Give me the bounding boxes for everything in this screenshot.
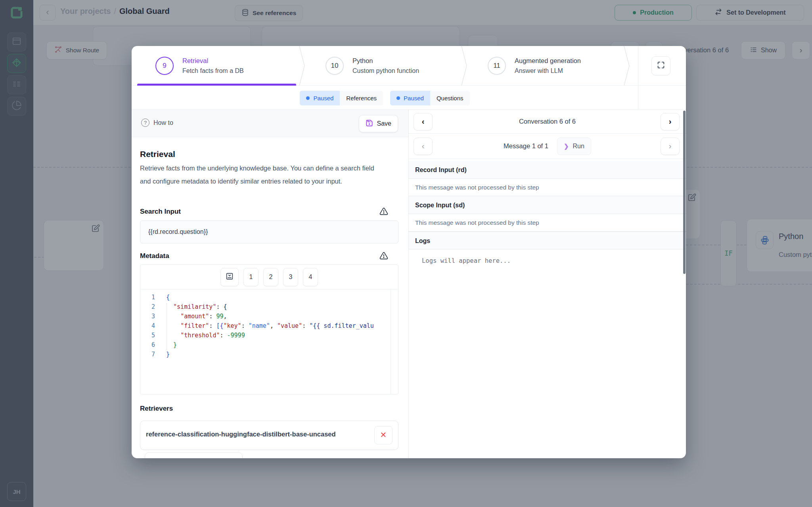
step-separator: [624, 46, 630, 86]
warning-icon: [379, 251, 388, 260]
step-heading: Retrieval: [140, 149, 175, 159]
section-scope-input[interactable]: Scope Input (sd): [409, 196, 686, 214]
references-tab-label: References: [340, 91, 383, 105]
remove-retriever-button[interactable]: ✕: [374, 426, 393, 444]
conversation-nav: ‹ Conversation 6 of 6 ›: [409, 110, 686, 134]
metadata-label: Metadata: [140, 252, 169, 260]
section-logs[interactable]: Logs: [409, 231, 686, 249]
help-icon: ?: [141, 119, 149, 127]
section-record-input[interactable]: Record Input (rd): [409, 161, 686, 179]
run-inspector-panel: ‹ Conversation 6 of 6 › ‹ Message 1 of 1…: [408, 110, 686, 458]
scope-input-message: This message was not processed by this s…: [409, 214, 686, 231]
run-button[interactable]: ❯ Run: [557, 138, 591, 155]
search-input[interactable]: [140, 220, 398, 243]
step-separator: [299, 46, 305, 86]
step-subtitle: Answer with LLM: [515, 67, 581, 75]
logs-placeholder: Logs will appear here...: [422, 257, 511, 264]
run-chevron-icon: ❯: [564, 143, 569, 150]
paused-status-badge: Paused: [300, 91, 340, 105]
expand-icon: [657, 61, 665, 71]
strip-divider: [638, 46, 638, 109]
prev-message-button[interactable]: ‹: [414, 138, 433, 155]
next-conversation-button[interactable]: ›: [661, 113, 680, 130]
run-label: Run: [573, 143, 584, 150]
code-lines: { "similarity": { "amount": 99, "filter"…: [166, 293, 391, 359]
retriever-card: reference-classification-huggingface-dis…: [140, 421, 398, 450]
keyboard-hide-icon: [225, 272, 234, 282]
add-retriever-dropdown[interactable]: [145, 452, 243, 458]
step-title: Python: [352, 57, 419, 65]
paused-dot-icon: [306, 96, 310, 100]
tab-questions[interactable]: Paused Questions: [390, 91, 469, 105]
tab-step-augmented-generation[interactable]: 11 Augmented generation Answer with LLM: [464, 46, 626, 86]
editor-toolbar: 1 2 3 4: [140, 265, 398, 289]
search-input-label: Search Input: [140, 208, 181, 216]
editor-preset-4-button[interactable]: 4: [303, 268, 318, 286]
active-tab-underline: [137, 84, 296, 86]
how-to-label: How to: [153, 119, 173, 126]
step-subtitle: Custom python function: [352, 67, 419, 75]
step-description: Retrieve facts from the underlying knowl…: [140, 162, 378, 188]
save-label: Save: [377, 120, 391, 127]
conversation-counter: Conversation 6 of 6: [519, 118, 576, 125]
prev-conversation-button[interactable]: ‹: [414, 113, 433, 130]
fullscreen-button[interactable]: [651, 56, 670, 75]
howto-bar: ? How to Save: [132, 110, 408, 137]
tab-step-retrieval[interactable]: 9 Retrieval Fetch facts from a DB: [132, 46, 302, 86]
code-area[interactable]: 1234567 { "similarity": { "amount": 99, …: [140, 289, 398, 394]
step-title: Augmented generation: [515, 57, 581, 65]
how-to-link[interactable]: ? How to: [141, 119, 173, 127]
editor-preset-3-button[interactable]: 3: [283, 268, 298, 286]
save-button[interactable]: Save: [359, 115, 398, 132]
editor-scroll-track: [391, 289, 391, 394]
step-config-modal: 9 Retrieval Fetch facts from a DB 10 Pyt…: [132, 46, 686, 458]
editor-preset-1-button[interactable]: 1: [243, 268, 259, 286]
modal-body: ? How to Save Retrieval Retrieve facts f…: [132, 109, 686, 458]
step-title: Retrieval: [182, 57, 244, 65]
status-badges-row: Paused References Paused Questions: [132, 91, 638, 105]
metadata-code-editor: 1 2 3 4 1234567 { "similarity": { "amoun…: [140, 264, 398, 394]
step-config-panel: ? How to Save Retrieval Retrieve facts f…: [132, 110, 408, 458]
step-tabs-strip: 9 Retrieval Fetch facts from a DB 10 Pyt…: [132, 46, 686, 86]
retriever-name: reference-classification-huggingface-dis…: [146, 430, 336, 438]
retrievers-label: Retrievers: [140, 405, 173, 413]
editor-keyboard-button[interactable]: [220, 268, 239, 286]
step-number-badge: 9: [155, 57, 174, 75]
editor-preset-2-button[interactable]: 2: [263, 268, 278, 286]
record-input-message: This message was not processed by this s…: [409, 179, 686, 196]
tab-step-python[interactable]: 10 Python Custom python function: [302, 46, 464, 86]
message-nav: ‹ Message 1 of 1 ❯ Run ›: [409, 134, 686, 159]
step-separator: [461, 46, 467, 86]
message-counter: Message 1 of 1: [504, 142, 548, 150]
step-subtitle: Fetch facts from a DB: [182, 67, 244, 75]
step-number-badge: 10: [326, 57, 344, 75]
next-message-button[interactable]: ›: [661, 138, 680, 155]
warning-icon: [379, 207, 388, 216]
paused-status-badge: Paused: [390, 91, 430, 105]
app: ‹ Your projects/Global Guard See referen…: [0, 0, 812, 507]
questions-tab-label: Questions: [430, 91, 470, 105]
paused-dot-icon: [396, 96, 400, 100]
code-gutter: 1234567: [140, 293, 159, 359]
save-floppy-icon: [366, 119, 373, 128]
panel-scrollbar[interactable]: [683, 111, 686, 274]
tab-references[interactable]: Paused References: [300, 91, 383, 105]
step-number-badge: 11: [488, 57, 506, 75]
